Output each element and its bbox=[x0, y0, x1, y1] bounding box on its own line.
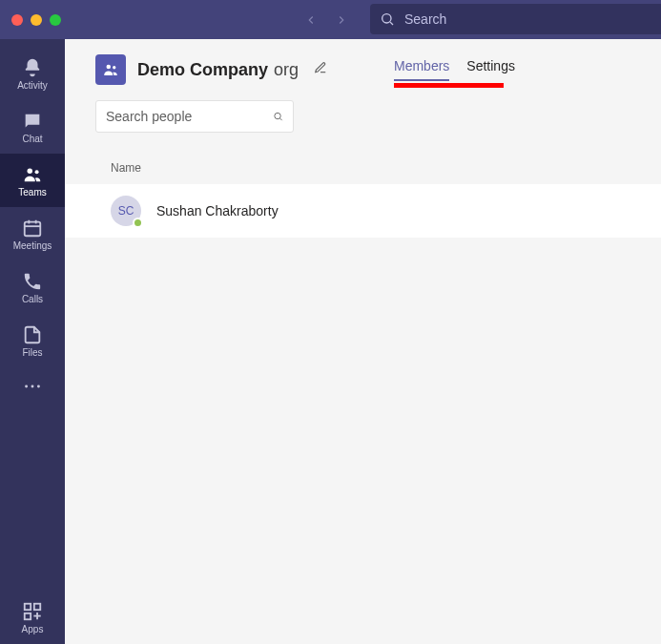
title-bar bbox=[0, 0, 661, 39]
member-avatar: SC bbox=[111, 196, 141, 226]
tab-members[interactable]: Members bbox=[394, 52, 449, 83]
forward-button[interactable] bbox=[332, 10, 351, 30]
svg-point-0 bbox=[382, 14, 391, 23]
sidebar-item-meetings[interactable]: Meetings bbox=[0, 207, 65, 260]
pencil-icon bbox=[314, 61, 327, 74]
svg-rect-13 bbox=[25, 613, 31, 618]
sidebar-item-calls[interactable]: Calls bbox=[0, 260, 65, 314]
svg-point-17 bbox=[113, 66, 115, 69]
svg-line-1 bbox=[390, 22, 393, 25]
team-avatar-icon bbox=[95, 54, 126, 85]
team-name-bold: Demo Company bbox=[137, 60, 268, 80]
sidebar-label: Apps bbox=[22, 624, 44, 634]
search-icon bbox=[273, 109, 283, 124]
svg-point-10 bbox=[37, 385, 40, 388]
file-icon bbox=[22, 324, 43, 345]
sidebar-item-more[interactable] bbox=[0, 367, 65, 405]
minimize-window-button[interactable] bbox=[31, 14, 42, 26]
members-table-header: Name bbox=[65, 152, 661, 184]
tab-settings[interactable]: Settings bbox=[466, 52, 515, 83]
sidebar-item-teams[interactable]: Teams bbox=[0, 154, 65, 207]
window-controls bbox=[11, 14, 61, 26]
app-sidebar: Activity Chat Teams Meetings Calls Files bbox=[0, 39, 65, 644]
search-icon bbox=[380, 11, 395, 27]
svg-rect-11 bbox=[25, 603, 31, 609]
sidebar-label: Chat bbox=[22, 134, 42, 144]
members-toolbar bbox=[65, 94, 661, 133]
svg-point-3 bbox=[35, 170, 39, 174]
bell-icon bbox=[22, 57, 43, 78]
svg-point-9 bbox=[31, 385, 34, 388]
svg-rect-4 bbox=[25, 221, 41, 236]
chat-icon bbox=[22, 111, 43, 132]
maximize-window-button[interactable] bbox=[50, 14, 61, 26]
member-name: Sushan Chakraborty bbox=[156, 203, 279, 218]
main-content: Demo Company org Members Settings Name bbox=[65, 39, 661, 644]
sidebar-item-activity[interactable]: Activity bbox=[0, 47, 65, 100]
history-navigation bbox=[301, 10, 351, 30]
svg-rect-12 bbox=[34, 603, 40, 609]
svg-point-16 bbox=[107, 65, 112, 70]
sidebar-label: Activity bbox=[17, 80, 48, 91]
svg-point-2 bbox=[28, 168, 33, 174]
more-icon bbox=[22, 376, 43, 397]
team-name-suffix: org bbox=[274, 60, 299, 80]
global-search[interactable] bbox=[370, 4, 661, 34]
apps-icon bbox=[22, 601, 43, 622]
svg-point-18 bbox=[275, 113, 280, 118]
team-header: Demo Company org Members Settings bbox=[65, 39, 661, 94]
sidebar-label: Meetings bbox=[13, 240, 52, 251]
people-search[interactable] bbox=[95, 100, 294, 133]
team-tabs: Members Settings bbox=[394, 52, 515, 83]
sidebar-item-chat[interactable]: Chat bbox=[0, 100, 65, 154]
presence-available-icon bbox=[133, 218, 143, 228]
rename-team-button[interactable] bbox=[310, 57, 331, 82]
phone-icon bbox=[22, 271, 43, 292]
back-button[interactable] bbox=[301, 10, 320, 30]
teams-icon bbox=[22, 164, 43, 185]
people-search-input[interactable] bbox=[106, 109, 273, 124]
sidebar-label: Teams bbox=[18, 187, 46, 197]
svg-point-8 bbox=[25, 385, 28, 388]
svg-line-19 bbox=[280, 118, 282, 120]
global-search-input[interactable] bbox=[404, 11, 651, 27]
highlight-annotation bbox=[394, 83, 504, 88]
sidebar-label: Calls bbox=[22, 294, 43, 304]
sidebar-item-files[interactable]: Files bbox=[0, 314, 65, 367]
column-header-name: Name bbox=[111, 161, 141, 175]
member-row[interactable]: SC Sushan Chakraborty bbox=[65, 184, 661, 238]
sidebar-item-apps[interactable]: Apps bbox=[0, 591, 65, 644]
calendar-icon bbox=[22, 218, 43, 239]
close-window-button[interactable] bbox=[11, 14, 23, 26]
sidebar-label: Files bbox=[22, 347, 42, 358]
team-title: Demo Company org bbox=[137, 60, 299, 80]
